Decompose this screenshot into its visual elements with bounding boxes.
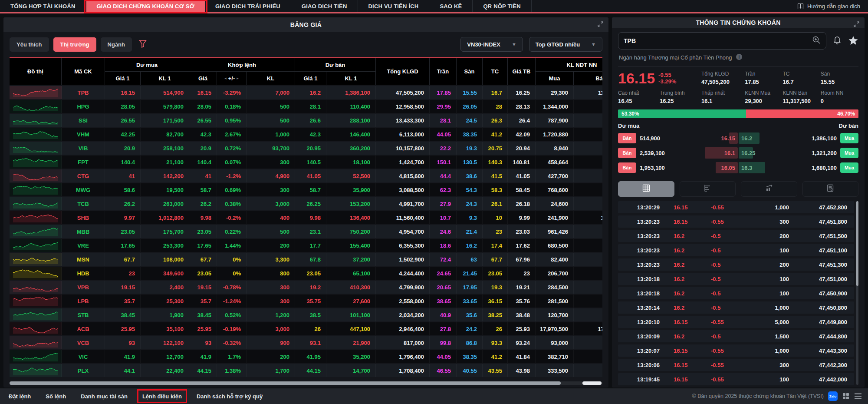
sell-button[interactable]: Bán	[618, 148, 636, 158]
top-filter-dropdown[interactable]: Top GTGD nhiều ▼	[529, 37, 602, 52]
bottom-bar-item-2[interactable]: Danh mục tài sản	[81, 393, 128, 400]
symbol-search-box[interactable]	[618, 32, 826, 50]
col-reference[interactable]: TC	[483, 58, 508, 85]
col-foreign-sell[interactable]: Bán	[574, 72, 602, 85]
index-dropdown[interactable]: VN30-INDEX ▼	[460, 37, 523, 52]
table-row-VRE[interactable]: VRE17.65253,30017.651.44%20017.7155,4006…	[10, 239, 602, 252]
table-row-HDB[interactable]: HDB23349,60023.050%80023.0565,1004,244,4…	[10, 267, 602, 280]
table-row-SSI[interactable]: SSI26.55171,50026.550.95%50026.6288,1001…	[10, 114, 602, 127]
nav-tab-3[interactable]: GIAO DỊCH TIỀN	[291, 0, 358, 12]
tab-volume-by-price[interactable]	[680, 181, 736, 197]
symbol-cell[interactable]: MWG	[62, 183, 105, 196]
col-total-volume[interactable]: Tổng KLGD	[376, 58, 430, 85]
col-avg-price[interactable]: Giá TB	[508, 58, 536, 85]
symbol-cell[interactable]: SHB	[62, 211, 105, 224]
nav-tab-1[interactable]: GIAO DỊCH CHỨNG KHOÁN CƠ SỞ	[86, 0, 205, 12]
symbol-cell[interactable]: VPB	[62, 281, 105, 294]
symbol-cell[interactable]: HDB	[62, 267, 105, 280]
scrollbar-thumb[interactable]	[10, 381, 561, 385]
symbol-cell[interactable]: PLX	[62, 364, 105, 377]
favorite-star-button[interactable]	[848, 35, 858, 47]
menu-icon[interactable]	[854, 393, 862, 400]
buy-button[interactable]: Mua	[840, 133, 858, 143]
table-row-MBB[interactable]: MBB23.05175,70023.050.22%50023.1750,2004…	[10, 225, 602, 238]
buy-button[interactable]: Mua	[840, 162, 858, 173]
zalo-icon[interactable]: Zalo	[828, 391, 838, 401]
nav-tab-5[interactable]: SAO KÊ	[429, 0, 473, 12]
symbol-search-input[interactable]	[624, 37, 812, 44]
table-row-VCB[interactable]: VCB93122,10093-0.32%90093.121,900817,000…	[10, 336, 602, 349]
filter-button[interactable]	[136, 39, 149, 50]
table-row-CTG[interactable]: CTG41142,20041-1.2%4,90041.0552,5004,815…	[10, 169, 602, 182]
symbol-cell[interactable]: MBB	[62, 225, 105, 238]
symbol-cell[interactable]: MSN	[62, 253, 105, 266]
col-group-ask[interactable]: Dư bán	[295, 58, 376, 72]
nav-tab-4[interactable]: DỊCH VỤ TIỆN ÍCH	[358, 0, 430, 12]
col-ask-price1[interactable]: Giá 1	[295, 72, 326, 85]
horizontal-scrollbar[interactable]	[10, 381, 602, 385]
col-ceiling[interactable]: Trần	[430, 58, 457, 85]
table-row-TPB[interactable]: TPB16.15514,90016.15-3.29%7,00016.21,386…	[10, 86, 602, 99]
table-row-MSN[interactable]: MSN67.7108,00067.70%3,30067.837,2001,502…	[10, 253, 602, 266]
tab-trade-history[interactable]	[618, 181, 674, 197]
symbol-cell[interactable]: VHM	[62, 128, 105, 141]
tab-favorites[interactable]: Yêu thích	[10, 37, 49, 52]
symbol-cell[interactable]: VIC	[62, 350, 105, 363]
col-bid-vol1[interactable]: KL 1	[141, 72, 189, 85]
col-group-matched[interactable]: Khớp lệnh	[189, 58, 295, 72]
search-icon[interactable]	[812, 36, 821, 46]
col-group-foreign[interactable]: KL NĐT NN	[536, 58, 602, 72]
table-row-PLX[interactable]: PLX44.122,40044.151.38%1,70044.1514,7001…	[10, 364, 602, 377]
tab-stock-news[interactable]	[802, 181, 859, 197]
nav-tab-0[interactable]: TỔNG HỢP TÀI KHOẢN	[0, 0, 86, 12]
table-row-SHB[interactable]: SHB9.971,012,8009.98-0.2%4009.98136,4001…	[10, 211, 602, 224]
bottom-bar-item-0[interactable]: Đặt lệnh	[9, 393, 31, 400]
tab-sector[interactable]: Ngành	[101, 37, 132, 52]
symbol-cell[interactable]: VIB	[62, 142, 105, 155]
symbol-cell[interactable]: LPB	[62, 295, 105, 308]
ask-price-bar[interactable]: 16.3	[739, 162, 765, 173]
table-row-MWG[interactable]: MWG58.619,50058.70.69%30058.735,9003,088…	[10, 183, 602, 196]
symbol-cell[interactable]: VRE	[62, 239, 105, 252]
symbol-cell[interactable]: FPT	[62, 156, 105, 169]
table-row-LPB[interactable]: LPB35.725,30035.7-1.24%30035.7527,6002,5…	[10, 295, 602, 308]
col-ask-vol1[interactable]: KL 1	[326, 72, 376, 85]
vertical-scrollbar[interactable]	[856, 201, 858, 385]
ask-price-bar[interactable]: 16.25	[739, 147, 753, 159]
trading-guide-link[interactable]: Hướng dẫn giao dịch	[789, 0, 868, 12]
nav-tab-2[interactable]: GIAO DỊCH TRÁI PHIẾU	[205, 0, 291, 12]
ask-price-bar[interactable]: 16.2	[739, 132, 760, 144]
symbol-cell[interactable]: TCB	[62, 197, 105, 210]
table-row-VIC[interactable]: VIC41.912,70041.91.7%20041.9535,2001,796…	[10, 350, 602, 363]
expand-icon[interactable]	[854, 21, 859, 28]
nav-tab-6[interactable]: QR NỘP TIỀN	[473, 0, 531, 12]
symbol-cell[interactable]: STB	[62, 308, 105, 321]
table-row-HPG[interactable]: HPG28.05579,80028.050.18%50028.1110,4001…	[10, 100, 602, 113]
tab-price-chart[interactable]	[741, 181, 797, 197]
table-row-STB[interactable]: STB38.451,90038.450.52%1,20038.5101,1002…	[10, 308, 602, 321]
col-chart[interactable]: Đồ thị	[10, 58, 62, 85]
bid-price-bar[interactable]: 16.05	[716, 162, 738, 173]
buy-button[interactable]: Mua	[840, 148, 858, 158]
symbol-cell[interactable]: SSI	[62, 114, 105, 127]
col-group-bid[interactable]: Dư mua	[105, 58, 189, 72]
table-row-FPT[interactable]: FPT140.421,100140.40.07%300140.518,1001,…	[10, 156, 602, 169]
info-icon[interactable]: i	[736, 53, 743, 62]
symbol-cell[interactable]: HPG	[62, 100, 105, 113]
symbol-cell[interactable]: ACB	[62, 322, 105, 335]
col-change[interactable]: ◂+/-▸	[217, 72, 247, 85]
table-row-VHM[interactable]: VHM42.2582,70042.32.67%1,00042.3146,4006…	[10, 128, 602, 141]
symbol-cell[interactable]: CTG	[62, 169, 105, 182]
bid-price-bar[interactable]: 16.1	[705, 147, 738, 159]
symbol-cell[interactable]: VCB	[62, 336, 105, 349]
table-row-VIB[interactable]: VIB20.9258,10020.90.72%93,70020.95360,20…	[10, 142, 602, 155]
col-symbol[interactable]: Mã CK	[62, 58, 105, 85]
col-match-vol[interactable]: KL	[247, 72, 295, 85]
alert-bell-button[interactable]	[832, 36, 842, 46]
bottom-bar-item-4[interactable]: Danh sách hỗ trợ ký quỹ	[197, 393, 263, 400]
bid-price-bar[interactable]: 16.15	[729, 132, 738, 144]
bottom-bar-item-1[interactable]: Số lệnh	[46, 393, 66, 400]
sell-button[interactable]: Bán	[618, 162, 636, 173]
table-row-VPB[interactable]: VPB19.152,40019.15-0.78%30019.2410,3004,…	[10, 281, 602, 294]
col-floor[interactable]: Sàn	[457, 58, 483, 85]
